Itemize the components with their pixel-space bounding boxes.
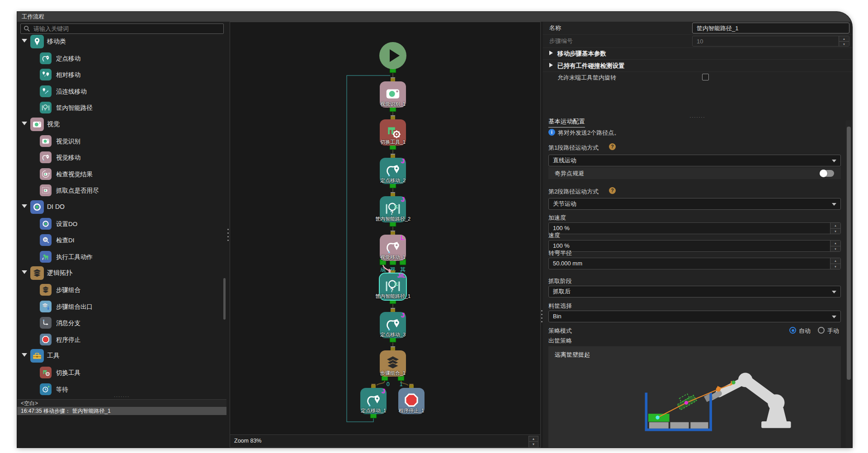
tree-item-定点移动[interactable]: 定点移动: [17, 51, 226, 66]
name-input[interactable]: 筐内智能路径_1: [692, 23, 849, 33]
name-label: 名称: [549, 24, 561, 32]
tree-item-步骤组合[interactable]: 步骤组合: [17, 283, 226, 297]
zoom-spinner[interactable]: ▲▼: [528, 436, 538, 448]
singularity-row: 奇异点规避: [548, 167, 841, 179]
camera-icon: [40, 135, 52, 147]
help-icon[interactable]: ?: [609, 143, 616, 150]
accel-spinner[interactable]: ▲▼: [830, 223, 840, 234]
flow-node-label: 定点移动_3: [357, 331, 429, 338]
layers-out-icon: [40, 301, 52, 312]
segment2-motion-dropdown[interactable]: 关节运动: [548, 198, 841, 210]
tree-item-程序停止[interactable]: 程序停止: [17, 332, 226, 347]
tree-item-label: 移动类: [47, 38, 66, 46]
blend-radius-input[interactable]: 50.000 mm▲▼: [548, 258, 841, 269]
collapse-arrow-icon[interactable]: [549, 51, 553, 55]
motion-type-tag: J: [401, 311, 405, 319]
tree-item-视觉[interactable]: 视觉: [17, 117, 226, 132]
step-tree: 移动类定点移动相对移动沿连线移动?筐内智能路径视觉视觉识别视觉移动检查视觉结果抓…: [17, 32, 226, 407]
chevron-down-icon: [832, 316, 836, 318]
auto-radio[interactable]: [789, 327, 796, 334]
tree-item-筐内智能路径[interactable]: ?筐内智能路径: [17, 100, 226, 115]
start-node[interactable]: [379, 42, 406, 69]
allow-rotate-checkbox[interactable]: [702, 74, 709, 80]
log-row-selected[interactable]: 16:47:35 移动步骤： 筐内智能路径_1: [17, 407, 226, 415]
singularity-label: 奇异点规避: [555, 170, 584, 178]
inspector-splitter[interactable]: ·······: [543, 115, 852, 119]
tree-item-label: 工具: [47, 352, 60, 360]
chevron-down-icon: [832, 291, 836, 293]
expand-arrow-icon[interactable]: [22, 270, 27, 274]
grasp-stage-dropdown[interactable]: 抓取后: [548, 286, 841, 297]
tree-item-label: 筐内智能路径: [56, 104, 93, 112]
tree-item-沿连线移动[interactable]: 沿连线移动: [17, 84, 226, 99]
tree-item-label: 步骤组合: [56, 286, 80, 294]
section-collision[interactable]: 已持有工件碰撞检测设置: [557, 62, 625, 70]
expand-arrow-icon[interactable]: [22, 39, 27, 42]
tree-item-label: 视觉移动: [56, 154, 80, 162]
tree-item-label: DI DO: [47, 203, 65, 210]
chevron-down-icon: [832, 203, 836, 206]
tree-item-消息分支[interactable]: 消息分支: [17, 316, 226, 330]
tree-item-切换工具[interactable]: 切换工具: [17, 365, 226, 380]
tree-item-工具[interactable]: 工具: [17, 349, 226, 363]
tree-item-视觉识别[interactable]: 视觉识别: [17, 134, 226, 148]
tree-item-移动类[interactable]: 移动类: [17, 34, 226, 49]
ring-icon: [30, 200, 44, 214]
sidebar-scrollbar-thumb[interactable]: [223, 278, 226, 320]
pin-line-icon: [40, 85, 52, 97]
segment2-motion-label: 第2段路径运动方式: [548, 188, 599, 196]
expand-arrow-icon[interactable]: [22, 353, 27, 357]
speed-input[interactable]: 100 %▲▼: [548, 240, 841, 252]
expand-arrow-icon[interactable]: [22, 204, 27, 208]
tree-item-执行工具动作[interactable]: 执行工具动作: [17, 250, 226, 264]
flowchart-canvas[interactable]: 成视其01 视觉识别_1切换工具_1J定点移动_2?J筐内智能路径_2L视觉移动…: [230, 22, 541, 448]
step-number-spinner: ▲▼: [839, 36, 849, 46]
tree-item-逻辑拓扑[interactable]: 逻辑拓扑: [17, 266, 226, 280]
sidebar-canvas-splitter[interactable]: [226, 22, 230, 448]
canvas-status-bar: Zoom 83% ▲▼: [230, 434, 540, 447]
step-number-input: 10 ▲▼: [692, 36, 849, 47]
help-icon[interactable]: ?: [609, 187, 616, 194]
inspector-scrollbar-thumb[interactable]: [847, 127, 851, 380]
blend-radius-spinner[interactable]: ▲▼: [830, 258, 840, 269]
collapse-arrow-icon[interactable]: [549, 63, 553, 67]
tree-item-DI DO[interactable]: DI DO: [17, 200, 226, 214]
tree-item-检查DI[interactable]: DI检查DI: [17, 233, 226, 247]
flow-node-label: 步骤组合_1: [357, 370, 429, 377]
inspector-scrollbar[interactable]: [846, 120, 852, 448]
layers-icon: [30, 266, 44, 280]
pin-icon: [30, 35, 44, 48]
toolbox-icon: [30, 349, 44, 363]
ring-icon: [40, 218, 52, 230]
speed-spinner[interactable]: ▲▼: [830, 241, 840, 251]
singularity-toggle[interactable]: [820, 170, 834, 177]
segment1-motion-dropdown[interactable]: 直线运动: [548, 155, 841, 166]
expand-arrow-icon[interactable]: [22, 122, 27, 125]
camera-dashed-icon: [40, 184, 52, 196]
pin-path-icon: [40, 151, 52, 163]
bin-select-dropdown[interactable]: Bin: [548, 311, 841, 322]
tree-item-步骤组合出口[interactable]: 步骤组合出口: [17, 299, 226, 314]
manual-radio[interactable]: [818, 327, 825, 334]
tree-log-splitter[interactable]: ·······: [17, 395, 226, 399]
info-icon: i: [548, 129, 555, 136]
log-row-blank[interactable]: <空白>: [17, 399, 226, 407]
tree-item-label: 执行工具动作: [56, 253, 93, 261]
tree-item-相对移动[interactable]: 相对移动: [17, 67, 226, 82]
branch-icon: [40, 317, 52, 329]
strategy-mode-label: 策略模式: [548, 327, 572, 335]
segment1-motion-label: 第1段路径运动方式: [548, 144, 599, 152]
tree-item-label: 逻辑拓扑: [47, 269, 72, 277]
tree-item-抓取点是否用尽[interactable]: 抓取点是否用尽: [17, 183, 226, 198]
search-icon: [24, 25, 30, 32]
tree-item-label: 程序停止: [56, 336, 80, 344]
accel-input[interactable]: 100 %▲▼: [548, 222, 841, 234]
auto-radio-label: 自动: [799, 327, 811, 335]
section-move-params[interactable]: 移动步骤基本参数: [557, 50, 606, 58]
out-strategy-value[interactable]: 远离筐壁提起: [555, 351, 590, 359]
svg-text:DI: DI: [44, 238, 47, 241]
tree-item-视觉移动[interactable]: 视觉移动: [17, 150, 226, 165]
tree-item-设置DO[interactable]: 设置DO: [17, 217, 226, 231]
tree-item-检查视觉结果[interactable]: 检查视觉结果: [17, 167, 226, 181]
svg-text:?: ?: [390, 287, 393, 293]
